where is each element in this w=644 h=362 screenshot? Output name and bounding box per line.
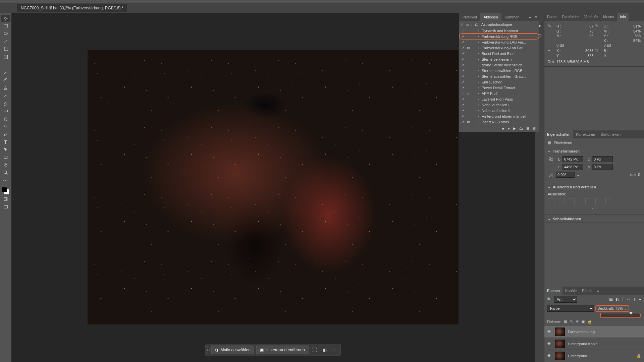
select-subject-button[interactable]: ◑ Motiv auswählen — [211, 346, 254, 354]
width-field[interactable] — [562, 156, 583, 162]
layer-row[interactable]: 👁Farbverstärkung — [544, 326, 644, 338]
chevron-right-icon[interactable]: › — [476, 58, 480, 61]
x-field[interactable] — [592, 156, 613, 162]
lock-all-icon[interactable]: 🔒 — [587, 319, 592, 324]
tab-pfade[interactable]: Pfade — [579, 287, 594, 295]
tab-korrekturen[interactable]: Korrekturen — [573, 130, 598, 138]
layer-name[interactable]: Hintergrund Kopie — [568, 342, 598, 346]
align-left-icon[interactable] — [548, 198, 554, 204]
tab-protokoll[interactable]: Protokoll — [459, 13, 480, 21]
eraser-tool[interactable] — [1, 100, 10, 107]
layer-name[interactable]: Hintergrund — [568, 354, 587, 358]
edit-toolbar-button[interactable]: ⋯ — [1, 177, 10, 184]
tab-bibliotheken[interactable]: Bibliotheken — [598, 130, 623, 138]
path-selection-tool[interactable] — [1, 146, 10, 153]
blend-mode-select[interactable]: Farbe — [547, 305, 594, 312]
check-icon[interactable]: ✓ — [461, 91, 466, 96]
frame-tool[interactable] — [1, 53, 10, 61]
action-row[interactable]: ✓›Sterne auswählen - RGB ... — [459, 68, 539, 73]
panel-menu-icon[interactable]: ≡ — [594, 287, 602, 295]
blur-tool[interactable] — [1, 115, 10, 122]
remove-background-button[interactable]: ▣ Hintergrund entfernen — [256, 346, 309, 354]
action-row[interactable]: ✓›Layered High Pass — [459, 96, 539, 102]
check-icon[interactable]: ✓ — [461, 63, 466, 67]
angle-dropdown-icon[interactable]: ⌄ — [577, 173, 580, 177]
flip-horizontal-icon[interactable]: ▷◁ — [630, 173, 636, 177]
tab-aktionen[interactable]: Aktionen — [480, 13, 501, 21]
layer-row[interactable]: 👁Hintergrund Kopie — [544, 338, 644, 350]
dodge-tool[interactable] — [1, 123, 10, 130]
lasso-tool[interactable] — [1, 30, 10, 38]
filter-adjust-icon[interactable]: ◐ — [615, 297, 619, 302]
mode-toggle-icon[interactable]: ▭ — [466, 46, 471, 50]
check-icon[interactable]: ✓ — [461, 120, 466, 124]
mode-toggle-icon[interactable]: ▭ — [465, 22, 470, 27]
more-align-icon[interactable]: ⋯ — [548, 205, 641, 211]
align-center-h-icon[interactable] — [558, 198, 565, 204]
align-section-header[interactable]: ⌄Ausrichten und verteilen — [544, 183, 644, 191]
type-tool[interactable]: T — [1, 138, 10, 145]
action-row[interactable]: ✓›Hintergrund ebnen manuell — [459, 113, 539, 119]
chevron-down-icon[interactable]: ⌄ — [624, 306, 627, 311]
action-row[interactable]: ✓▭›Insert RGB stars — [459, 119, 539, 125]
chevron-right-icon[interactable]: › — [476, 63, 480, 67]
quick-mask-toggle[interactable] — [1, 195, 10, 203]
chevron-right-icon[interactable]: › — [476, 35, 480, 38]
tab-info[interactable]: Info — [617, 13, 629, 21]
action-row[interactable]: ✓›Farbverstärkung-LAB Far... — [459, 39, 539, 45]
check-icon[interactable]: ✓ — [461, 51, 466, 56]
marquee-tool[interactable] — [1, 22, 10, 30]
check-icon[interactable]: ✓ — [461, 97, 466, 101]
action-row[interactable]: ✓›Entrauschen — [459, 79, 539, 85]
layer-filter-select[interactable]: Art — [554, 296, 577, 303]
visibility-icon[interactable]: 👁 — [547, 341, 552, 346]
chevron-right-icon[interactable]: › — [476, 41, 480, 44]
collapse-icon[interactable]: » — [527, 13, 533, 21]
lock-transparency-icon[interactable]: ▦ — [564, 319, 567, 324]
action-row[interactable]: ✓›Sterne auswählen - Grau... — [459, 73, 539, 79]
check-icon[interactable]: ✓ — [461, 46, 466, 50]
action-row[interactable]: ✓›Farbverstärkung RGB — [459, 34, 539, 39]
align-top-icon[interactable] — [585, 198, 592, 204]
height-field[interactable] — [562, 164, 583, 170]
check-icon[interactable]: ✓ — [461, 85, 466, 90]
action-row[interactable]: ✓›große Sterne weichzeich... — [459, 62, 539, 68]
mode-toggle-icon[interactable]: ▭ — [466, 120, 471, 124]
check-icon[interactable]: ✓ — [461, 57, 466, 61]
lock-position-icon[interactable]: ✥ — [576, 319, 579, 324]
check-icon[interactable]: ✓ — [461, 28, 466, 33]
check-icon[interactable]: ✓ — [461, 68, 466, 73]
action-row[interactable]: ✓›Nebel aufhellen I — [459, 102, 539, 108]
opacity-value[interactable]: 73% — [615, 306, 623, 310]
healing-brush-tool[interactable] — [1, 69, 10, 76]
action-row[interactable]: ✓›Boost Red and Blue — [459, 51, 539, 56]
chevron-right-icon[interactable]: › — [476, 80, 480, 84]
layer-thumbnail[interactable] — [555, 352, 565, 360]
rectangle-tool[interactable] — [1, 154, 10, 161]
opacity-control[interactable]: Deckkraft: 73% ⌄ — [596, 306, 629, 311]
chevron-right-icon[interactable]: › — [476, 103, 480, 107]
taskbar-drag-handle[interactable] — [207, 347, 209, 353]
transform-section-header[interactable]: ⌄Transformieren — [544, 147, 644, 155]
tab-verlaufe[interactable]: Verläufe — [582, 13, 600, 21]
panel-menu-icon[interactable]: ≡ — [533, 13, 539, 21]
tab-farbe[interactable]: Farbe — [544, 13, 559, 21]
visibility-icon[interactable]: 👁 — [547, 353, 552, 358]
chevron-right-icon[interactable]: › — [476, 75, 480, 78]
delete-icon[interactable]: 🗑 — [533, 126, 536, 131]
tab-kanale[interactable]: Kanäle — [562, 287, 579, 295]
eyedropper-tool[interactable] — [1, 61, 10, 68]
transform-icon[interactable]: ⛶ — [311, 346, 319, 354]
quick-actions-header[interactable]: ⌄Schnellaktionen — [544, 215, 644, 223]
visibility-icon[interactable]: 👁 — [547, 329, 552, 334]
action-row[interactable]: ✓›Power Detail Extract — [459, 85, 539, 90]
chevron-right-icon[interactable]: › — [476, 98, 480, 101]
chevron-down-icon[interactable]: ⌄ — [470, 23, 474, 26]
check-icon[interactable]: ✓ — [461, 108, 466, 113]
link-icon[interactable]: ⛓ — [548, 157, 554, 162]
adjust-icon[interactable]: ◐ — [321, 346, 329, 354]
more-options-icon[interactable]: ⋯ — [331, 346, 339, 354]
chevron-right-icon[interactable]: › — [476, 109, 480, 112]
y-field[interactable] — [592, 164, 613, 170]
chevron-right-icon[interactable]: › — [476, 69, 480, 72]
